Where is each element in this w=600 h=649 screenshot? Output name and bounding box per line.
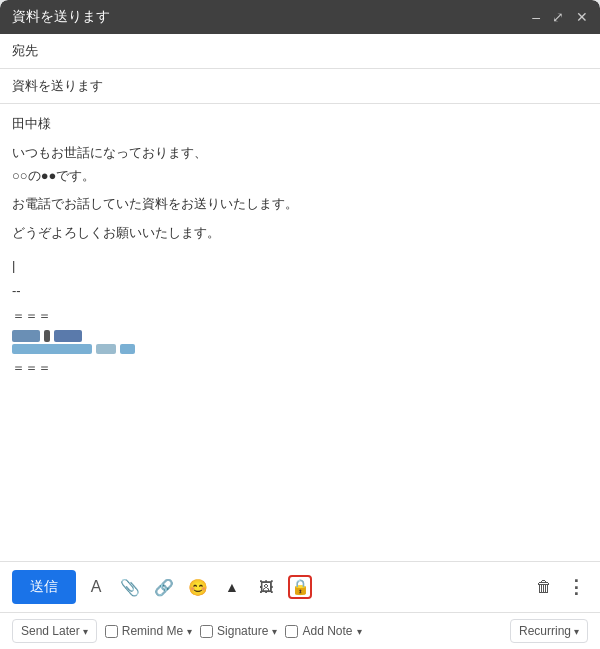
attach-icon[interactable]: 📎	[118, 575, 142, 599]
remind-me-checkbox[interactable]	[105, 625, 118, 638]
recurring-button[interactable]: Recurring ▾	[510, 619, 588, 643]
toolbar: 送信 A 📎 🔗 😊 ▲ 🖼 🔒 🗑 ⋮	[0, 561, 600, 612]
send-later-button[interactable]: Send Later ▾	[12, 619, 97, 643]
body-line-salutation: 田中様	[12, 114, 588, 135]
close-icon[interactable]: ✕	[576, 9, 588, 25]
signature-group: Signature ▾	[200, 624, 277, 638]
send-later-label: Send Later	[21, 624, 80, 638]
signature-line-1	[12, 330, 588, 342]
drive-icon[interactable]: ▲	[220, 575, 244, 599]
title-bar-controls: – ⤢ ✕	[532, 9, 588, 25]
subject-text: 資料を送ります	[12, 78, 103, 93]
to-label: 宛先	[12, 43, 38, 58]
signature-checkbox[interactable]	[200, 625, 213, 638]
add-note-group: Add Note ▾	[285, 624, 361, 638]
add-note-arrow[interactable]: ▾	[357, 626, 362, 637]
body-line-intro: ○○の●●です。	[12, 166, 588, 187]
remind-me-label: Remind Me	[122, 624, 183, 638]
send-later-arrow: ▾	[83, 626, 88, 637]
emoji-icon[interactable]: 😊	[186, 575, 210, 599]
body-line-greeting: いつもお世話になっております、	[12, 143, 588, 164]
window-title: 資料を送ります	[12, 8, 110, 26]
expand-icon[interactable]: ⤢	[552, 9, 564, 25]
title-bar: 資料を送ります – ⤢ ✕	[0, 0, 600, 34]
delete-icon[interactable]: 🗑	[532, 575, 556, 599]
link-icon[interactable]: 🔗	[152, 575, 176, 599]
recurring-label: Recurring	[519, 624, 571, 638]
recurring-arrow: ▾	[574, 626, 579, 637]
signature-line-2	[12, 344, 588, 354]
remind-me-group: Remind Me ▾	[105, 624, 192, 638]
toolbar-right: 🗑 ⋮	[532, 575, 588, 599]
subject-field[interactable]: 資料を送ります	[0, 69, 600, 104]
compose-window: 資料を送ります – ⤢ ✕ 宛先 資料を送ります 田中様 いつもお世話になってお…	[0, 0, 600, 649]
body-area[interactable]: 田中様 いつもお世話になっております、 ○○の●●です。 お電話でお話していた資…	[0, 104, 600, 561]
body-content: 田中様 いつもお世話になっております、 ○○の●●です。 お電話でお話していた資…	[12, 114, 588, 379]
body-sig-delimiter-top: ＝＝＝	[12, 306, 588, 327]
body-line-closing: どうぞよろしくお願いいたします。	[12, 223, 588, 244]
to-field[interactable]: 宛先	[0, 34, 600, 69]
body-line-main: お電話でお話していた資料をお送りいたします。	[12, 194, 588, 215]
body-sig-delimiter-bottom: ＝＝＝	[12, 358, 588, 379]
lock-icon[interactable]: 🔒	[288, 575, 312, 599]
remind-me-arrow[interactable]: ▾	[187, 626, 192, 637]
toolbar-icons: A 📎 🔗 😊 ▲ 🖼 🔒	[84, 575, 524, 599]
body-separator: --	[12, 281, 588, 302]
format-text-icon[interactable]: A	[84, 575, 108, 599]
add-note-label: Add Note	[302, 624, 352, 638]
signature-label: Signature	[217, 624, 268, 638]
minimize-icon[interactable]: –	[532, 9, 540, 25]
send-button[interactable]: 送信	[12, 570, 76, 604]
add-note-checkbox[interactable]	[285, 625, 298, 638]
more-options-icon[interactable]: ⋮	[564, 575, 588, 599]
signature-arrow[interactable]: ▾	[272, 626, 277, 637]
bottom-bar: Send Later ▾ Remind Me ▾ Signature ▾ Add…	[0, 612, 600, 649]
photo-icon[interactable]: 🖼	[254, 575, 278, 599]
body-cursor: |	[12, 256, 588, 277]
